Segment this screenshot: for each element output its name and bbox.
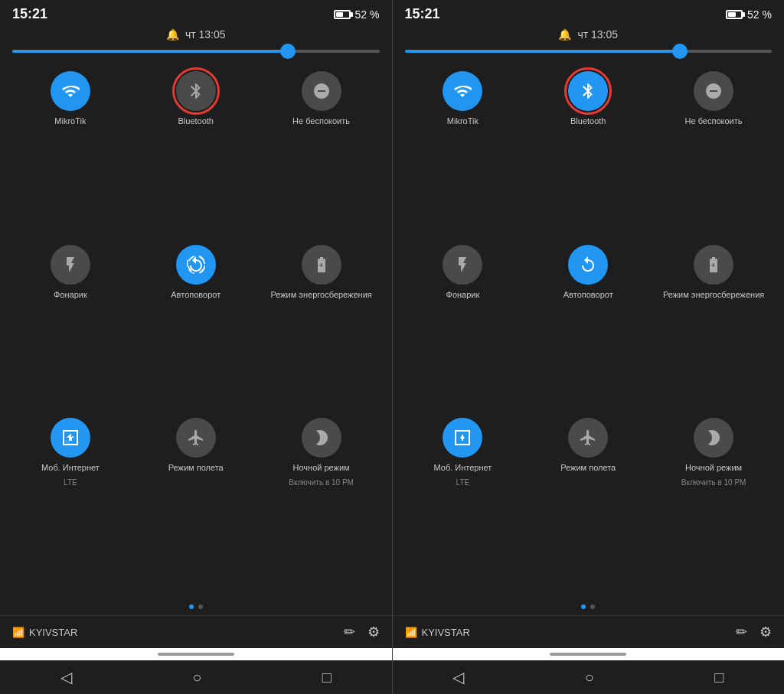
tile-sublabel-night-left: Включить в 10 PM bbox=[289, 478, 354, 487]
tile-icon-night-left bbox=[302, 418, 341, 458]
tile-label-wifi-left: MikroTik bbox=[54, 116, 86, 126]
alarm-row-right: 🔔 чт 13:05 bbox=[393, 25, 785, 47]
tile-night-right[interactable]: Ночной режим Включить в 10 PM bbox=[652, 412, 775, 595]
tile-label-night-right: Ночной режим bbox=[685, 462, 742, 473]
tile-flashlight-right[interactable]: Фонарик bbox=[402, 239, 524, 409]
tile-battery-left[interactable]: Режим энергосбережения bbox=[260, 239, 383, 409]
tile-icon-rotate-right bbox=[568, 245, 608, 285]
settings-icon-left[interactable]: ⚙ bbox=[368, 624, 380, 640]
tile-icon-wifi-right bbox=[443, 71, 482, 111]
alarm-icon-left: 🔔 bbox=[166, 28, 179, 41]
tile-icon-battery-left bbox=[302, 245, 341, 285]
alarm-text-left: чт 13:05 bbox=[185, 28, 226, 41]
tile-label-battery-right: Режим энергосбережения bbox=[663, 289, 764, 300]
tile-wifi-right[interactable]: MikroTik bbox=[402, 65, 524, 236]
tile-icon-dnd-right bbox=[694, 71, 733, 111]
page-dots-right bbox=[393, 598, 785, 615]
tile-rotate-right[interactable]: Автоповорот bbox=[527, 239, 649, 409]
time-right: 15:21 bbox=[405, 6, 440, 22]
alarm-icon-right: 🔔 bbox=[558, 28, 571, 41]
battery-text-right: 52 % bbox=[747, 8, 772, 21]
tile-sublabel-mobile-right: LTE bbox=[456, 478, 470, 487]
tile-label-mobile-left: Моб. Интернет bbox=[41, 462, 100, 473]
tile-airplane-left[interactable]: Режим полета bbox=[135, 412, 257, 595]
edit-icon-left[interactable]: ✏ bbox=[344, 624, 355, 640]
nav-recent-left[interactable]: □ bbox=[322, 669, 332, 686]
dot-2-right bbox=[590, 604, 595, 609]
tile-dnd-right[interactable]: Не беспокоить bbox=[652, 65, 775, 236]
tile-bluetooth-left[interactable]: Bluetooth bbox=[135, 65, 257, 236]
tile-label-mobile-right: Моб. Интернет bbox=[434, 462, 492, 473]
battery-icon-right bbox=[726, 10, 743, 19]
tile-label-rotate-right: Автоповорот bbox=[564, 289, 613, 300]
quick-tiles-left: MikroTik Bluetooth bbox=[0, 62, 392, 598]
signal-icon-left: 📶 bbox=[12, 627, 24, 638]
tile-label-airplane-left: Режим полета bbox=[168, 462, 224, 473]
tile-icon-flashlight-left bbox=[51, 245, 90, 285]
nav-recent-right[interactable]: □ bbox=[714, 669, 724, 686]
tile-airplane-right[interactable]: Режим полета bbox=[527, 412, 649, 595]
status-bar-left: 15:21 52 % bbox=[0, 0, 392, 25]
edit-icon-right[interactable]: ✏ bbox=[736, 624, 747, 640]
tile-label-battery-left: Режим энергосбережения bbox=[270, 289, 371, 300]
brightness-slider-left[interactable] bbox=[12, 50, 380, 53]
tile-label-airplane-right: Режим полета bbox=[560, 462, 616, 473]
bottom-bar-left: 📶 KYIVSTAR ✏ ⚙ bbox=[0, 615, 392, 648]
tile-rotate-left[interactable]: Автоповорот bbox=[135, 239, 257, 409]
status-bar-right: 15:21 52 % bbox=[393, 0, 785, 25]
alarm-text-right: чт 13:05 bbox=[577, 28, 618, 41]
quick-tiles-right: MikroTik Bluetooth bbox=[393, 62, 785, 598]
carrier-right: 📶 KYIVSTAR bbox=[405, 627, 470, 638]
home-indicator-right bbox=[550, 653, 626, 656]
dot-1-left bbox=[189, 604, 194, 609]
dot-1-right bbox=[581, 604, 586, 609]
tile-icon-airplane-left bbox=[176, 418, 216, 458]
tile-label-night-left: Ночной режим bbox=[293, 462, 350, 473]
signal-icon-right: 📶 bbox=[405, 627, 417, 638]
bottom-bar-right: 📶 KYIVSTAR ✏ ⚙ bbox=[393, 615, 785, 648]
tile-icon-mobile-left: ↑↓ bbox=[51, 418, 90, 458]
tile-label-bluetooth-right: Bluetooth bbox=[570, 116, 606, 126]
battery-text-left: 52 % bbox=[355, 8, 380, 21]
brightness-row-left[interactable] bbox=[0, 47, 392, 62]
bottom-actions-left: ✏ ⚙ bbox=[344, 624, 380, 640]
nav-home-left[interactable]: ○ bbox=[192, 669, 201, 686]
tile-icon-flashlight-right bbox=[443, 245, 482, 285]
battery-icon-left bbox=[334, 10, 351, 19]
nav-bar-left: ◁ ○ □ bbox=[0, 660, 392, 694]
tile-label-wifi-right: MikroTik bbox=[447, 116, 479, 126]
tile-mobile-right[interactable]: Моб. Интернет LTE bbox=[402, 412, 524, 595]
tile-icon-night-right bbox=[694, 418, 733, 458]
carrier-name-left: KYIVSTAR bbox=[29, 627, 77, 638]
tile-label-bluetooth-left: Bluetooth bbox=[178, 116, 214, 126]
nav-home-right[interactable]: ○ bbox=[585, 669, 594, 686]
tile-icon-battery-right bbox=[694, 245, 733, 285]
tile-flashlight-left[interactable]: Фонарик bbox=[9, 239, 132, 409]
settings-icon-right[interactable]: ⚙ bbox=[760, 624, 772, 640]
tile-wifi-left[interactable]: MikroTik bbox=[9, 65, 132, 236]
nav-back-left[interactable]: ◁ bbox=[60, 668, 72, 686]
tile-sublabel-mobile-left: LTE bbox=[64, 478, 77, 487]
nav-back-right[interactable]: ◁ bbox=[452, 668, 464, 686]
tile-label-flashlight-right: Фонарик bbox=[446, 289, 480, 300]
tile-night-left[interactable]: Ночной режим Включить в 10 PM bbox=[260, 412, 383, 595]
tile-bluetooth-right[interactable]: Bluetooth bbox=[527, 65, 649, 236]
alarm-row-left: 🔔 чт 13:05 bbox=[0, 25, 392, 47]
tile-label-dnd-left: Не беспокоить bbox=[292, 116, 350, 126]
tile-label-flashlight-left: Фонарик bbox=[54, 289, 87, 300]
carrier-name-right: KYIVSTAR bbox=[422, 627, 470, 638]
bottom-actions-right: ✏ ⚙ bbox=[736, 624, 772, 640]
dot-2-left bbox=[198, 604, 203, 609]
brightness-slider-right[interactable] bbox=[405, 50, 773, 53]
brightness-row-right[interactable] bbox=[393, 47, 785, 62]
tile-label-rotate-left: Автоповорот bbox=[171, 289, 220, 300]
svg-text:↑↓: ↑↓ bbox=[65, 439, 70, 444]
tile-icon-airplane-right bbox=[568, 418, 608, 458]
tile-icon-mobile-right bbox=[443, 418, 482, 458]
tile-icon-bluetooth-right bbox=[568, 71, 608, 111]
tile-dnd-left[interactable]: Не беспокоить bbox=[260, 65, 383, 236]
tile-icon-bluetooth-left bbox=[176, 71, 216, 111]
tile-mobile-left[interactable]: ↑↓ Моб. Интернет LTE bbox=[9, 412, 132, 595]
nav-bar-right: ◁ ○ □ bbox=[393, 660, 785, 694]
tile-battery-right[interactable]: Режим энергосбережения bbox=[652, 239, 775, 409]
